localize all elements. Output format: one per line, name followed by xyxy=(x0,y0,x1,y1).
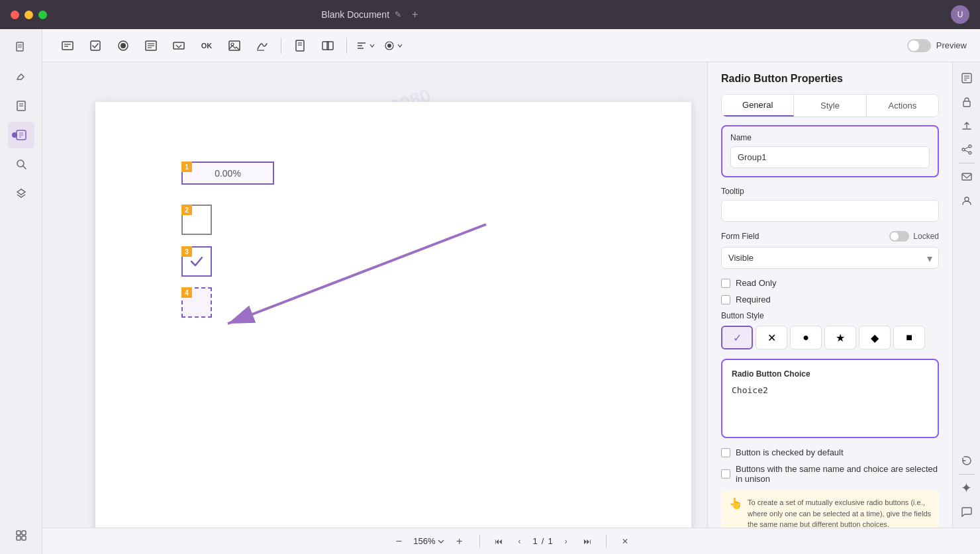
checked-default-row: Button is checked by default xyxy=(721,447,939,457)
right-panel: Radio Button Properties General Style Ac… xyxy=(707,62,952,528)
right-icon-forms[interactable] xyxy=(956,68,977,89)
elem-label-1: 1 xyxy=(181,162,192,172)
locked-toggle[interactable] xyxy=(889,231,909,242)
list-tool[interactable] xyxy=(139,35,163,56)
name-section: Name xyxy=(721,125,939,177)
read-only-checkbox[interactable] xyxy=(721,279,730,288)
elem-label-2: 2 xyxy=(181,205,192,215)
toolbar-right: Preview xyxy=(907,39,967,52)
content-area: Rachel（家招田）0980 Rachel（家招田）0980 Rachel（家… xyxy=(42,62,980,528)
sidebar-item-search[interactable] xyxy=(8,151,34,177)
checked-default-checkbox[interactable] xyxy=(721,448,730,457)
unison-checkbox[interactable] xyxy=(721,469,730,479)
total-pages: 1 xyxy=(548,536,552,546)
image-tool[interactable] xyxy=(222,35,246,56)
right-icon-comments[interactable] xyxy=(956,501,977,522)
info-icon: 👆 xyxy=(729,497,742,528)
user-avatar[interactable]: U xyxy=(951,5,969,24)
preview-switch[interactable] xyxy=(907,39,931,52)
btn-style-cross[interactable]: ✕ xyxy=(756,326,787,349)
sidebar-item-components[interactable] xyxy=(8,522,34,549)
right-icon-security[interactable] xyxy=(956,91,977,113)
radio-choice-section: Radio Button Choice Choice2 xyxy=(721,359,939,438)
canvas-area[interactable]: Rachel（家招田）0980 Rachel（家招田）0980 Rachel（家… xyxy=(42,62,707,528)
info-text: To create a set of mutually exclusive ra… xyxy=(748,497,931,528)
prev-page-button[interactable]: ‹ xyxy=(512,533,528,549)
zoom-in-button[interactable]: + xyxy=(450,532,469,551)
edit-title-icon[interactable]: ✎ xyxy=(395,10,401,19)
visibility-select[interactable]: Visible Hidden No Print No View xyxy=(721,247,939,269)
element-2-checkbox-empty[interactable]: 2 xyxy=(181,205,212,235)
right-icon-upload[interactable] xyxy=(956,115,977,136)
right-icon-ai[interactable]: ✦ xyxy=(956,477,977,498)
titlebar: Blank Document ✎ + U xyxy=(0,0,980,29)
elem-label-3: 3 xyxy=(181,246,192,257)
elem-label-4: 4 xyxy=(181,287,192,298)
svg-line-8 xyxy=(23,166,26,169)
style-tool[interactable] xyxy=(381,35,405,56)
doc-title-area: Blank Document ✎ + xyxy=(321,9,418,21)
close-button-bottom[interactable]: ✕ xyxy=(617,533,633,549)
maximize-button[interactable] xyxy=(38,11,47,19)
tab-actions[interactable]: Actions xyxy=(867,95,938,116)
toggle-knob xyxy=(908,40,919,51)
read-only-label: Read Only xyxy=(736,278,776,288)
info-box: 👆 To create a set of mutually exclusive … xyxy=(721,490,939,528)
toolbar-sep-2 xyxy=(346,38,347,54)
svg-rect-12 xyxy=(22,536,26,540)
sidebar-item-layers[interactable] xyxy=(8,180,34,207)
right-icon-separator2 xyxy=(959,474,975,475)
close-button[interactable] xyxy=(11,11,19,19)
svg-line-38 xyxy=(228,224,486,324)
svg-point-47 xyxy=(969,152,971,154)
zoom-display[interactable]: 156% xyxy=(413,536,444,546)
tab-style[interactable]: Style xyxy=(794,95,866,116)
left-sidebar xyxy=(0,29,42,554)
sidebar-item-forms[interactable] xyxy=(8,122,34,148)
name-input[interactable] xyxy=(730,146,930,168)
dropdown-tool[interactable] xyxy=(167,35,191,56)
multi-page-tool[interactable] xyxy=(316,35,340,56)
right-icon-undo[interactable] xyxy=(956,450,977,471)
text-field-tool[interactable] xyxy=(56,35,79,56)
svg-point-45 xyxy=(969,145,971,148)
btn-style-star[interactable]: ★ xyxy=(824,326,856,349)
next-page-button[interactable]: › xyxy=(558,533,574,549)
required-label: Required xyxy=(736,295,771,304)
tooltip-input[interactable] xyxy=(721,200,939,222)
element-1-percentage[interactable]: 1 0.00% xyxy=(181,162,274,185)
btn-style-diamond[interactable]: ◆ xyxy=(859,326,891,349)
right-icon-contacts[interactable] xyxy=(956,190,977,211)
svg-point-18 xyxy=(121,43,126,48)
btn-style-square[interactable]: ■ xyxy=(893,326,925,349)
radio-button-tool[interactable] xyxy=(111,35,135,56)
btn-style-circle[interactable]: ● xyxy=(790,326,822,349)
required-checkbox[interactable] xyxy=(721,295,730,304)
name-label: Name xyxy=(730,133,930,142)
signature-tool[interactable] xyxy=(250,35,274,56)
right-panel-title: Radio Button Properties xyxy=(721,73,939,85)
add-tab-button[interactable]: + xyxy=(412,9,418,21)
zoom-out-button[interactable]: − xyxy=(389,532,408,551)
right-icon-email[interactable] xyxy=(956,166,977,187)
tab-general[interactable]: General xyxy=(722,95,794,116)
page-layout-tool[interactable] xyxy=(288,35,312,56)
svg-point-46 xyxy=(962,148,965,151)
svg-rect-50 xyxy=(962,173,971,180)
checkbox-tool[interactable] xyxy=(83,35,107,56)
sidebar-item-annotations[interactable] xyxy=(8,64,34,90)
element-3-checkbox-checked[interactable]: 3 xyxy=(181,246,212,277)
ok-tool[interactable]: OK xyxy=(195,35,219,56)
sidebar-item-bookmarks[interactable] xyxy=(8,93,34,119)
radio-choice-input[interactable]: Choice2 xyxy=(732,385,928,425)
element-4-radio-selected[interactable]: 4 xyxy=(181,287,212,318)
btn-style-checkmark[interactable]: ✓ xyxy=(721,326,753,349)
sidebar-item-pages[interactable] xyxy=(8,34,34,61)
align-tool[interactable] xyxy=(354,35,377,56)
first-page-button[interactable]: ⏮ xyxy=(491,533,507,549)
last-page-button[interactable]: ⏭ xyxy=(579,533,595,549)
current-page: 1 xyxy=(533,536,538,546)
minimize-button[interactable] xyxy=(24,11,33,19)
right-icon-share[interactable] xyxy=(956,139,977,160)
canvas-page: 1 0.00% 2 3 4 xyxy=(95,102,691,528)
